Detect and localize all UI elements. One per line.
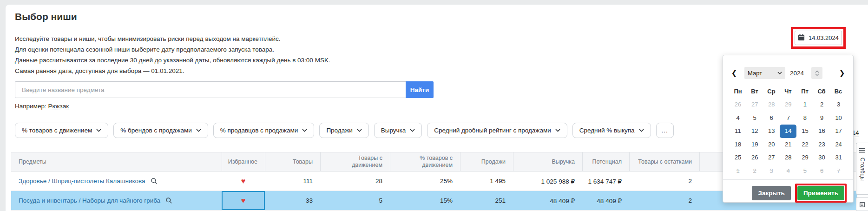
filter-dropdown[interactable]: Выручка <box>374 123 422 138</box>
calendar-day-prev-month[interactable]: 29 <box>780 98 796 112</box>
calendar-day-next-month[interactable]: 4 <box>780 165 796 178</box>
favorite-cell[interactable]: ♥ <box>222 191 265 210</box>
subject-link[interactable]: Здоровье / Шприц-пистолеты Калашникова <box>19 178 145 185</box>
calendar-day[interactable]: 28 <box>780 151 796 165</box>
filter-dropdown[interactable]: % товаров с движением <box>15 123 108 138</box>
calendar-day[interactable]: 10 <box>830 112 847 125</box>
chevron-down-icon <box>555 129 560 132</box>
calendar-day-next-month[interactable]: 6 <box>813 165 830 178</box>
search-input[interactable] <box>15 81 406 98</box>
calendar-day[interactable]: 22 <box>796 138 813 152</box>
apply-button[interactable]: Применить <box>797 186 844 200</box>
calendar-day[interactable]: 29 <box>796 151 813 165</box>
find-button[interactable]: Найти <box>406 81 434 98</box>
value-cell: 48 409 ₽ <box>582 191 629 210</box>
calendar-day[interactable]: 27 <box>763 151 780 165</box>
calendar-day[interactable]: 21 <box>780 138 796 152</box>
calendar-day-prev-month[interactable]: 28 <box>763 98 780 112</box>
subject-link[interactable]: Посуда и инвентарь / Наборы для чайного … <box>19 197 160 204</box>
calendar-day[interactable]: 18 <box>730 138 746 152</box>
magnifier-icon[interactable] <box>165 197 172 204</box>
column-header[interactable]: Избранное <box>222 152 265 171</box>
date-field[interactable]: 14.03.2024 <box>795 31 842 45</box>
close-button[interactable]: Закрыть <box>752 186 790 200</box>
calendar-day-prev-month[interactable]: 27 <box>746 98 763 112</box>
filter-dropdown[interactable]: Продажи <box>319 123 368 138</box>
calendar-day[interactable]: 2 <box>813 98 830 112</box>
description-line: Данные рассчитываются за последние 30 дн… <box>15 55 330 66</box>
prev-month-button[interactable]: ❮ <box>730 69 739 77</box>
calendar-day[interactable]: 20 <box>763 138 780 152</box>
calendar-day-selected[interactable]: 14 <box>780 125 796 138</box>
date-picker-popup: ❮ Март 2024 ❯ ПнВтСрЧтПтСбВс 26272829123… <box>723 55 854 203</box>
magnifier-icon[interactable] <box>151 178 158 185</box>
calendar-day[interactable]: 17 <box>830 125 847 138</box>
chevron-down-icon <box>96 129 101 132</box>
filter-dropdown[interactable]: % продавцов с продажами <box>213 123 315 138</box>
description-line: Самая ранняя дата, доступная для выбора … <box>15 66 330 76</box>
column-header[interactable]: Товары <box>265 152 320 171</box>
column-header[interactable]: Предметы <box>11 152 222 171</box>
example-link[interactable]: Рюкзак <box>48 103 69 110</box>
filter-dropdown[interactable]: Средний % выкупа <box>572 123 651 138</box>
page-description: Исследуйте товары и ниши, чтобы минимизи… <box>15 33 330 76</box>
calendar-day[interactable]: 16 <box>813 125 830 138</box>
calendar-day[interactable]: 5 <box>746 112 763 125</box>
calendar-day[interactable]: 11 <box>730 125 746 138</box>
filter-label: % брендов с продажами <box>120 127 192 134</box>
calendar-day[interactable]: 7 <box>780 112 796 125</box>
filter-dropdown[interactable]: Средний дробный рейтинг с продажами <box>427 123 567 138</box>
filter-dropdown[interactable]: % брендов с продажами <box>113 123 208 138</box>
calendar-day[interactable]: 30 <box>813 151 830 165</box>
column-header[interactable]: Продажи <box>460 152 513 171</box>
panel-icon <box>860 201 865 209</box>
calendar-day-prev-month[interactable]: 26 <box>730 98 746 112</box>
calendar-day[interactable]: 6 <box>763 112 780 125</box>
calendar-icon <box>798 34 805 42</box>
description-line: Исследуйте товары и ниши, чтобы минимизи… <box>15 33 330 44</box>
value-cell: 1 634 747 ₽ <box>582 171 629 191</box>
calendar-day-next-month[interactable]: 5 <box>796 165 813 178</box>
calendar-day[interactable]: 9 <box>813 112 830 125</box>
calendar-day[interactable]: 3 <box>830 98 847 112</box>
column-header[interactable]: Выручка <box>513 152 582 171</box>
month-select-value: Март <box>748 70 762 77</box>
chevron-down-icon <box>777 72 782 74</box>
calendar-day-next-month[interactable]: 2 <box>746 165 763 178</box>
year-spinner[interactable] <box>811 67 822 79</box>
month-select[interactable]: Март <box>744 67 785 79</box>
description-line: Для оценки потенциала сезонной ниши выбе… <box>15 44 330 55</box>
favorite-cell[interactable]: ♥ <box>222 171 265 191</box>
filters-row: % товаров с движением% брендов с продажа… <box>15 123 674 138</box>
column-header[interactable]: % товаров с движением <box>390 152 460 171</box>
subject-cell: Посуда и инвентарь / Наборы для чайного … <box>11 191 222 210</box>
column-header[interactable]: Товары с движением <box>320 152 390 171</box>
filter-label: % продавцов с продажами <box>220 127 298 134</box>
calendar-day-next-month[interactable]: 3 <box>763 165 780 178</box>
settings-panel-tab[interactable]: На <box>856 197 868 211</box>
heart-icon[interactable]: ♥ <box>241 197 246 204</box>
columns-panel-tab[interactable]: Столбцы <box>856 143 868 195</box>
value-cell: 28 <box>320 171 390 191</box>
calendar-day-next-month[interactable]: 1 <box>730 165 746 178</box>
calendar-day[interactable]: 4 <box>730 112 746 125</box>
next-month-button[interactable]: ❯ <box>837 69 847 77</box>
calendar-day[interactable]: 31 <box>830 151 847 165</box>
calendar-day[interactable]: 1 <box>796 98 813 112</box>
calendar-grid: 2627282912345678910111213141516171819202… <box>730 98 847 178</box>
calendar-day[interactable]: 19 <box>746 138 763 152</box>
value-cell: 25% <box>390 171 460 191</box>
calendar-day[interactable]: 15 <box>796 125 813 138</box>
calendar-day[interactable]: 26 <box>746 151 763 165</box>
calendar-day[interactable]: 23 <box>813 138 830 152</box>
calendar-day-next-month[interactable]: 7 <box>830 165 847 178</box>
column-header[interactable]: Товары с остатками <box>629 152 699 171</box>
column-header[interactable]: Потенциал <box>582 152 629 171</box>
calendar-day[interactable]: 24 <box>830 138 847 152</box>
more-filters-button[interactable]: ... <box>656 123 674 138</box>
calendar-day[interactable]: 13 <box>763 125 780 138</box>
heart-icon[interactable]: ♥ <box>241 178 246 185</box>
calendar-day[interactable]: 12 <box>746 125 763 138</box>
calendar-day[interactable]: 8 <box>796 112 813 125</box>
calendar-day[interactable]: 25 <box>730 151 746 165</box>
